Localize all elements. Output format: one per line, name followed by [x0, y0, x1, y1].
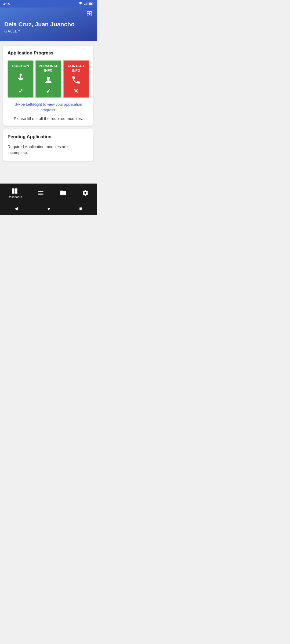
android-nav-bar: ◀ ● ■ [0, 202, 97, 215]
module-position[interactable]: POSITION ✓ [8, 60, 34, 98]
pending-card-title: Pending Application [8, 134, 89, 140]
svg-rect-14 [38, 191, 44, 192]
application-progress-card: Application Progress POSITION ✓ PERSONAL… [3, 46, 93, 126]
user-name: Dela Cruz, Juan Juancho [4, 21, 92, 28]
svg-rect-11 [15, 188, 18, 191]
module-personal-info[interactable]: PERSONAL INFO ✓ [35, 60, 61, 98]
progress-card-title: Application Progress [8, 50, 89, 56]
nav-menu[interactable] [35, 188, 47, 198]
svg-point-9 [47, 77, 50, 80]
module-contact-status: ✕ [74, 88, 78, 95]
module-personal-label: PERSONAL INFO [37, 64, 59, 73]
nav-dashboard[interactable]: Dashboard [5, 186, 25, 200]
svg-rect-15 [38, 193, 44, 193]
settings-icon [82, 189, 89, 196]
svg-rect-16 [38, 194, 44, 195]
svg-rect-2 [85, 3, 86, 5]
wifi-icon [78, 2, 83, 5]
bottom-nav: Dashboard [0, 184, 97, 202]
fill-notice: Please fill out all the required modules… [8, 116, 89, 121]
module-contact-label: CONTACT INFO [65, 64, 87, 73]
progress-modules: POSITION ✓ PERSONAL INFO [8, 60, 89, 98]
anchor-icon [16, 73, 26, 84]
svg-rect-12 [12, 191, 15, 194]
android-back-button[interactable]: ◀ [15, 206, 18, 211]
nav-dashboard-label: Dashboard [8, 195, 22, 199]
dashboard-icon [11, 188, 18, 195]
svg-point-0 [80, 5, 81, 5]
swipe-hint: Swipe Left/Right to view your applicatio… [8, 102, 89, 113]
android-recents-button[interactable]: ■ [79, 206, 82, 211]
svg-rect-1 [84, 4, 85, 5]
svg-rect-13 [15, 191, 18, 194]
status-bar: 4:15 [0, 0, 97, 8]
phone-icon [71, 75, 81, 87]
pending-description: Required Application modules are incompl… [8, 144, 89, 156]
person-icon [44, 75, 53, 87]
folder-icon [60, 189, 67, 196]
header: Dela Cruz, Juan Juancho GALLEY [0, 8, 97, 41]
svg-rect-4 [87, 2, 88, 5]
svg-rect-6 [93, 3, 93, 4]
status-time: 4:15 [3, 2, 10, 6]
battery-icon [89, 2, 93, 5]
logout-button[interactable] [86, 10, 93, 19]
pending-application-card: Pending Application Required Application… [3, 129, 93, 161]
module-position-label: POSITION [12, 64, 29, 68]
content-area: Application Progress POSITION ✓ PERSONAL… [0, 41, 97, 184]
android-home-button[interactable]: ● [47, 206, 50, 211]
menu-icon [37, 189, 44, 196]
signal-icon [84, 2, 88, 5]
svg-rect-7 [89, 3, 92, 5]
svg-rect-3 [86, 3, 86, 5]
nav-settings[interactable] [79, 188, 92, 198]
module-personal-status: ✓ [46, 88, 51, 95]
module-position-status: ✓ [18, 88, 23, 95]
module-contact-info[interactable]: CONTACT INFO ✕ [63, 60, 89, 98]
status-icons [78, 2, 93, 5]
nav-folder[interactable] [57, 188, 69, 198]
user-role: GALLEY [4, 29, 92, 33]
svg-rect-10 [12, 188, 15, 191]
